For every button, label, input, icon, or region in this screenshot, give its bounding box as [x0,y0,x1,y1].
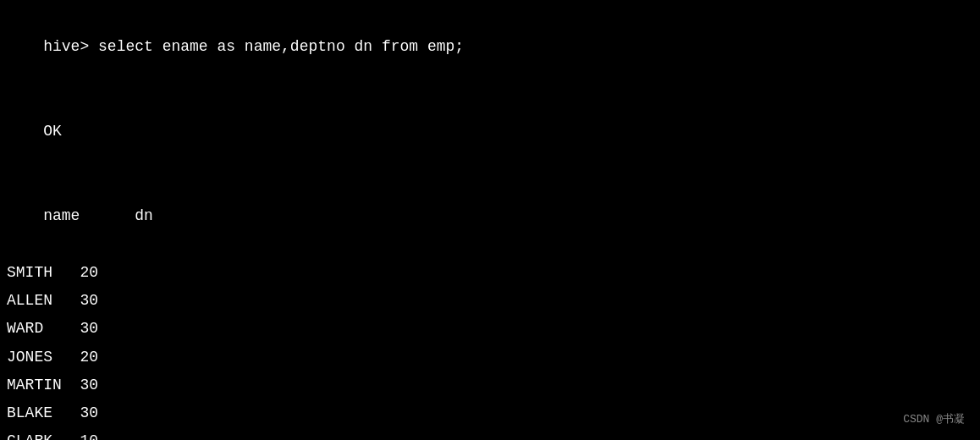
watermark: CSDN @书凝 [903,410,965,430]
ok-line: OK [7,90,973,174]
terminal: hive> select ename as name,deptno dn fro… [7,5,973,435]
prompt-label: hive> select ename as name,deptno dn fro… [43,38,464,55]
table-row: WARD 30 [7,315,973,343]
data-rows: SMITH 20ALLEN 30WARD 30JONES 20MARTIN 30… [7,259,973,440]
table-row: SMITH 20 [7,259,973,287]
table-row: ALLEN 30 [7,287,973,315]
table-row: MARTIN 30 [7,371,973,399]
table-row: CLARK 10 [7,427,973,440]
table-row: JONES 20 [7,344,973,371]
table-row: BLAKE 30 [7,399,973,427]
command-line: hive> select ename as name,deptno dn fro… [7,5,973,90]
header-row: name dn [7,174,973,259]
